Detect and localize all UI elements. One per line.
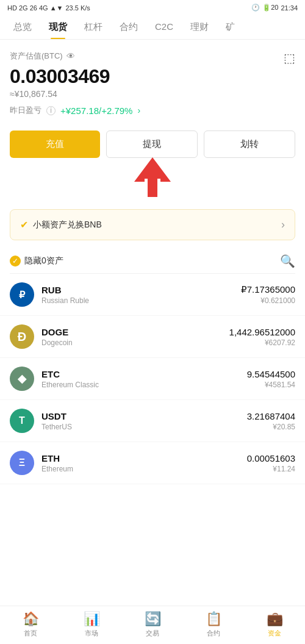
pnl-value: +¥257.18/+2.79% — [60, 106, 132, 116]
withdraw-button[interactable]: 提现 — [106, 131, 198, 158]
asset-balance-usdt: 3.21687404 — [247, 411, 295, 421]
asset-info-usdt: USDTTetherUS — [41, 411, 247, 431]
nav-home[interactable]: 🏠 首页 — [0, 611, 61, 638]
hide-zero-label: 隐藏0资产 — [24, 256, 63, 267]
search-icon[interactable]: 🔍 — [280, 254, 295, 268]
hide-zero-toggle[interactable]: ✓ 隐藏0资产 — [10, 256, 63, 267]
funds-icon: 💼 — [267, 611, 283, 627]
asset-balance-rub: ₽7.17365000 — [241, 284, 295, 295]
convert-text: 小额资产兑换BNB — [33, 220, 102, 231]
tab-futures[interactable]: 合约 — [111, 15, 146, 39]
asset-label-text: 资产估值(BTC) — [10, 51, 63, 62]
status-network: 23.5 K/s — [65, 4, 90, 12]
asset-symbol-usdt: USDT — [41, 411, 247, 421]
asset-list: ₽RUBRussian Ruble₽7.17365000¥0.621000ÐDO… — [0, 274, 305, 484]
asset-symbol-etc: ETC — [41, 369, 247, 379]
trade-icon: 🔄 — [145, 611, 161, 627]
asset-cny-eth: ¥11.24 — [247, 465, 295, 473]
asset-fullname-eth: Ethereum — [41, 465, 247, 473]
asset-balance-eth: 0.00051603 — [247, 453, 295, 463]
status-signal: HD 2G 26 4G ▲▼ — [7, 4, 63, 12]
nav-trade-label: 交易 — [146, 629, 159, 638]
asset-logo-doge: Ð — [10, 324, 34, 349]
asset-amounts-doge: 1,442.96512000¥6207.92 — [229, 327, 295, 347]
cny-approx: ≈¥10,867.54 — [10, 89, 295, 99]
nav-funds[interactable]: 💼 资金 — [244, 611, 305, 638]
asset-balance-etc: 9.54544500 — [247, 369, 295, 379]
tab-mining[interactable]: 矿 — [217, 15, 243, 39]
tab-finance[interactable]: 理财 — [182, 15, 217, 39]
asset-amounts-etc: 9.54544500¥4581.54 — [247, 369, 295, 389]
asset-logo-rub: ₽ — [10, 282, 34, 307]
asset-item-usdt[interactable]: TUSDTTetherUS3.21687404¥20.85 — [0, 400, 305, 442]
pnl-info-icon: i — [46, 106, 56, 115]
asset-fullname-rub: Russian Ruble — [41, 296, 241, 305]
nav-funds-label: 资金 — [268, 629, 281, 638]
convert-chevron-icon: › — [281, 218, 285, 231]
pnl-label: 昨日盈亏 — [10, 105, 41, 116]
home-icon: 🏠 — [23, 611, 39, 627]
nav-home-label: 首页 — [24, 629, 37, 638]
asset-cny-rub: ¥0.621000 — [241, 296, 295, 305]
asset-fullname-usdt: TetherUS — [41, 423, 247, 431]
tab-leverage[interactable]: 杠杆 — [76, 15, 111, 39]
asset-amounts-usdt: 3.21687404¥20.85 — [247, 411, 295, 431]
convert-icon: ✔ — [20, 219, 28, 231]
nav-market-label: 市场 — [85, 629, 98, 638]
asset-fullname-doge: Dogecoin — [41, 338, 229, 347]
status-battery: 🔋20 — [262, 4, 278, 12]
nav-contract[interactable]: 📋 合约 — [183, 611, 244, 638]
asset-amounts-rub: ₽7.17365000¥0.621000 — [241, 284, 295, 305]
asset-info-eth: ETHEthereum — [41, 453, 247, 473]
eye-icon[interactable]: 👁 — [66, 51, 75, 61]
convert-banner[interactable]: ✔ 小额资产兑换BNB › — [10, 209, 295, 240]
svg-rect-0 — [148, 179, 157, 197]
status-time: 21:34 — [281, 4, 298, 12]
status-right: 🕐 🔋20 21:34 — [251, 4, 298, 12]
asset-symbol-doge: DOGE — [41, 327, 229, 337]
tab-spot[interactable]: 现货 — [40, 15, 76, 39]
asset-balance-doge: 1,442.96512000 — [229, 327, 295, 337]
asset-logo-usdt: T — [10, 409, 34, 433]
pnl-arrow-icon: › — [137, 106, 140, 115]
tab-overview[interactable]: 总览 — [5, 15, 40, 39]
asset-symbol-rub: RUB — [41, 285, 241, 295]
asset-logo-etc — [10, 367, 34, 391]
nav-tabs: 总览 现货 杠杆 合约 C2C 理财 矿 — [0, 15, 305, 40]
nav-market[interactable]: 📊 市场 — [61, 611, 122, 638]
asset-list-header: ✓ 隐藏0资产 🔍 — [0, 246, 305, 273]
transfer-button[interactable]: 划转 — [204, 131, 295, 158]
asset-header: 资产估值(BTC) 👁 ⬚ 0.03003469 ≈¥10,867.54 昨日盈… — [0, 40, 305, 122]
bottom-nav: 🏠 首页 📊 市场 🔄 交易 📋 合约 💼 资金 — [0, 606, 305, 644]
asset-logo-eth: Ξ — [10, 451, 34, 475]
asset-amounts-eth: 0.00051603¥11.24 — [247, 453, 295, 473]
asset-fullname-etc: Ethereum Classic — [41, 381, 247, 389]
asset-cny-etc: ¥4581.54 — [247, 381, 295, 389]
asset-cny-usdt: ¥20.85 — [247, 423, 295, 431]
status-left: HD 2G 26 4G ▲▼ 23.5 K/s — [7, 4, 90, 12]
btc-value: 0.03003469 — [10, 65, 295, 88]
nav-trade[interactable]: 🔄 交易 — [122, 611, 183, 638]
tab-c2c[interactable]: C2C — [146, 15, 182, 39]
action-buttons: 充值 提现 划转 — [0, 122, 305, 166]
convert-left: ✔ 小额资产兑换BNB — [20, 219, 102, 231]
history-icon[interactable]: ⬚ — [284, 51, 295, 65]
contract-icon: 📋 — [206, 611, 222, 627]
recharge-button[interactable]: 充值 — [10, 131, 100, 158]
market-icon: 📊 — [84, 611, 100, 627]
status-bar: HD 2G 26 4G ▲▼ 23.5 K/s 🕐 🔋20 21:34 — [0, 0, 305, 15]
nav-contract-label: 合约 — [207, 629, 220, 638]
asset-item-rub[interactable]: ₽RUBRussian Ruble₽7.17365000¥0.621000 — [0, 274, 305, 316]
asset-info-rub: RUBRussian Ruble — [41, 285, 241, 305]
asset-item-etc[interactable]: ETCEthereum Classic9.54544500¥4581.54 — [0, 358, 305, 400]
asset-info-etc: ETCEthereum Classic — [41, 369, 247, 389]
asset-symbol-eth: ETH — [41, 453, 247, 463]
status-alarm: 🕐 — [251, 4, 260, 12]
asset-item-eth[interactable]: ΞETHEthereum0.00051603¥11.24 — [0, 442, 305, 484]
asset-info-doge: DOGEDogecoin — [41, 327, 229, 347]
asset-cny-doge: ¥6207.92 — [229, 338, 295, 347]
asset-item-doge[interactable]: ÐDOGEDogecoin1,442.96512000¥6207.92 — [0, 316, 305, 358]
check-circle-icon: ✓ — [10, 256, 21, 267]
